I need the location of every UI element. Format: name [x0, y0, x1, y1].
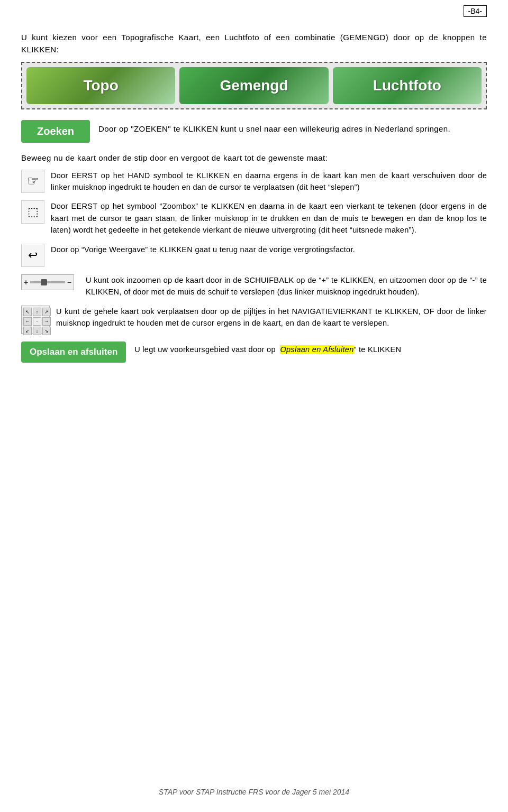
opslaan-text-before: U legt uw voorkeursgebied vast door op: [134, 345, 280, 354]
opslaan-description: U legt uw voorkeursgebied vast door op O…: [134, 342, 401, 355]
vorige-description: Door op “Vorige Weergave” te KLIKKEN gaa…: [51, 244, 487, 255]
zoombox-description: Door EERST op het symbool “Zoombox” te K…: [51, 200, 487, 236]
slider-handle: [41, 279, 47, 285]
nav-section: ↖ ↑ ↗ ← · → ↙ ↓ ↘ U kunt de gehele kaart…: [21, 306, 487, 334]
footer-text: STAP voor STAP Instructie FRS voor de Ja…: [0, 788, 508, 796]
gemengd-button[interactable]: Gemengd: [179, 67, 328, 104]
opslaan-row: Opslaan en afsluiten U legt uw voorkeurs…: [21, 342, 487, 363]
zoeken-description: Door op "ZOEKEN" te KLIKKEN kunt u snel …: [98, 120, 450, 135]
page-label: -B4-: [464, 5, 487, 17]
slider-box[interactable]: + −: [21, 274, 74, 290]
nav-description: U kunt de gehele kaart ook verplaatsen d…: [56, 306, 487, 329]
zoombox-icon-box: ⬚: [21, 200, 44, 224]
map-buttons-container: Topo Gemengd Luchtfoto: [21, 62, 487, 109]
nav-cell-bl: ↙: [23, 327, 32, 335]
vorige-icon-box: ↩: [21, 244, 44, 267]
opslaan-highlight: Opslaan en Afsluiten: [280, 345, 353, 354]
move-section-intro: Beweeg nu de kaart onder de stip door en…: [21, 152, 487, 164]
hand-description: Door EERST op het HAND symbool te KLIKKE…: [51, 170, 487, 193]
nav-cell-mc: ·: [33, 317, 41, 326]
intro-text: U kunt kiezen voor een Topografische Kaa…: [21, 32, 487, 56]
zoeken-row: Zoeken Door op "ZOEKEN" te KLIKKEN kunt …: [21, 120, 487, 143]
nav-cell-mr: →: [42, 317, 51, 326]
zoombox-section: ⬚ Door EERST op het symbool “Zoombox” te…: [21, 200, 487, 236]
topo-button[interactable]: Topo: [26, 67, 175, 104]
nav-cell-br: ↘: [42, 327, 51, 335]
opslaan-button[interactable]: Opslaan en afsluiten: [21, 342, 126, 363]
luchtfoto-button[interactable]: Luchtfoto: [333, 67, 482, 104]
nav-grid: ↖ ↑ ↗ ← · → ↙ ↓ ↘: [21, 306, 50, 334]
slider-minus-icon: −: [67, 278, 71, 287]
hand-section: ☞ Door EERST op het HAND symbool te KLIK…: [21, 170, 487, 193]
hand-icon-box: ☞: [21, 170, 44, 193]
slider-section: + − U kunt ook inzoomen op de kaart door…: [21, 274, 487, 298]
slider-description: U kunt ook inzoomen op de kaart door in …: [86, 274, 487, 298]
nav-cell-bc: ↓: [33, 327, 41, 335]
nav-cell-tl: ↖: [23, 308, 32, 316]
nav-cell-tr: ↗: [42, 308, 51, 316]
opslaan-text-after: ” te KLIKKEN: [354, 345, 402, 354]
nav-cell-tc: ↑: [33, 308, 41, 316]
vorige-icon: ↩: [28, 248, 38, 262]
zoeken-button[interactable]: Zoeken: [21, 120, 90, 143]
nav-cell-ml: ←: [23, 317, 32, 326]
slider-plus-icon: +: [24, 278, 28, 287]
vorige-section: ↩ Door op “Vorige Weergave” te KLIKKEN g…: [21, 244, 487, 267]
slider-track: [30, 281, 65, 283]
hand-icon: ☞: [27, 173, 39, 189]
zoombox-icon: ⬚: [28, 205, 39, 219]
